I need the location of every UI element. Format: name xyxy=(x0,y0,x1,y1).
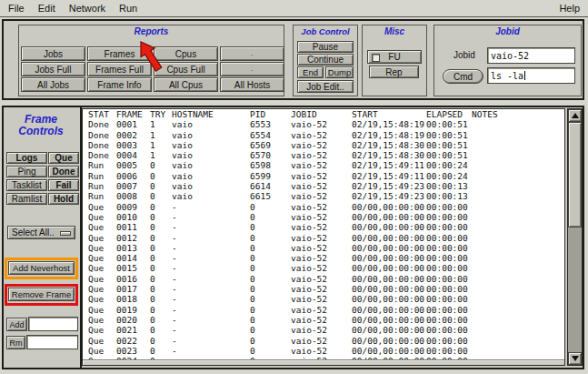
reports-group: Reports Jobs Frames Cpus - Jobs Full Fra… xyxy=(18,25,284,96)
menu-run[interactable]: Run xyxy=(119,3,137,14)
add-neverhost-button[interactable]: Add Neverhost xyxy=(8,261,75,275)
column-header: STAT xyxy=(88,109,116,119)
cmd-input[interactable]: ls -la xyxy=(487,67,575,84)
bottom-panel: Frame Controls Logs Que Ping Done Taskli… xyxy=(2,106,584,369)
column-header: TRY xyxy=(150,109,172,119)
text-caret xyxy=(524,71,525,80)
rm-button[interactable]: Rm xyxy=(6,336,25,349)
frame-controls-sidebar: Frame Controls Logs Que Ping Done Taskli… xyxy=(4,107,82,368)
scroll-up-button[interactable] xyxy=(568,109,582,122)
hold-button[interactable]: Hold xyxy=(48,193,79,205)
column-header: JOBID xyxy=(291,109,352,119)
reports-title: Reports xyxy=(19,26,284,36)
table-row[interactable]: Que00200-0vaio-5200/00,00:00:0000:00:00 xyxy=(83,315,564,325)
pause-button[interactable]: Pause xyxy=(297,41,354,53)
table-row[interactable]: Que00090-0vaio-5200/00,00:00:0000:00:00 xyxy=(83,202,564,212)
remove-frame-button[interactable]: Remove Frame xyxy=(8,288,75,301)
cpus-full-button[interactable]: Cpus Full xyxy=(154,62,218,76)
fu-toggle-button[interactable]: FU xyxy=(367,50,422,64)
column-header: ELAPSED xyxy=(426,109,472,119)
menu-edit[interactable]: Edit xyxy=(38,3,55,14)
option-menu-indicator xyxy=(60,231,71,236)
column-header: START xyxy=(352,109,426,119)
frame-table[interactable]: STATFRAMETRYHOSTNAMEPIDJOBIDSTARTELAPSED… xyxy=(82,108,565,366)
add-input[interactable] xyxy=(28,317,78,331)
continue-button[interactable]: Continue xyxy=(297,54,354,66)
que-button[interactable]: Que xyxy=(48,152,79,164)
app-window: File Edit Network Run Help Reports Jobs … xyxy=(0,0,588,374)
table-row[interactable]: Que00130-0vaio-5200/00,00:00:0000:00:00 xyxy=(83,243,564,253)
table-row[interactable]: Que00110-0vaio-5200/00,00:00:0000:00:00 xyxy=(83,222,564,232)
scrollbar-thumb[interactable] xyxy=(568,122,582,227)
report-blank-button-1: - xyxy=(220,46,284,61)
dump-button[interactable]: Dump xyxy=(325,66,354,78)
table-row[interactable]: Done00041vaio6570vaio-5202/19,15:48:3000… xyxy=(83,150,564,160)
vertical-scrollbar[interactable] xyxy=(567,108,583,366)
all-jobs-button[interactable]: All Jobs xyxy=(21,77,85,92)
table-row[interactable]: Que00190-0vaio-5200/00,00:00:0000:00:00 xyxy=(83,305,564,315)
fu-label: FU xyxy=(388,52,400,62)
rm-input[interactable] xyxy=(26,335,78,349)
done-button[interactable]: Done xyxy=(48,166,79,177)
table-row[interactable]: Que00120-0vaio-5200/00,00:00:0000:00:00 xyxy=(83,233,564,243)
jobid-group: Jobid Jobid vaio-52 Cmd ls -la xyxy=(434,25,582,96)
jobid-label: Jobid xyxy=(453,50,475,60)
end-button[interactable]: End xyxy=(297,66,324,78)
scroll-down-button[interactable] xyxy=(568,352,582,365)
table-row[interactable]: Que00180-0vaio-5200/00,00:00:0000:00:00 xyxy=(83,294,564,304)
frame-controls-title: Frame Controls xyxy=(4,114,78,137)
column-header: PID xyxy=(250,109,291,119)
menu-file[interactable]: File xyxy=(8,3,25,14)
column-header: FRAME xyxy=(116,109,150,119)
jobs-button[interactable]: Jobs xyxy=(21,46,85,61)
job-control-group: Job Control Pause Continue End Dump Job … xyxy=(293,25,358,96)
table-row[interactable]: Que00230-0vaio-5200/00,00:00:0000:00:00 xyxy=(83,346,564,356)
up-arrow-icon xyxy=(572,113,579,118)
remove-frame-highlight: Remove Frame xyxy=(5,284,78,306)
ping-button[interactable]: Ping xyxy=(6,166,47,177)
frame-table-body: Done00011vaio6553vaio-5202/19,15:48:1900… xyxy=(83,119,564,366)
menu-help[interactable]: Help xyxy=(559,3,580,14)
table-row[interactable]: Que00160-0vaio-5200/00,00:00:0000:00:00 xyxy=(83,274,564,284)
horizontal-scrollbar[interactable] xyxy=(83,359,564,365)
fu-checkbox[interactable] xyxy=(372,54,380,62)
logs-button[interactable]: Logs xyxy=(6,152,47,164)
frames-full-button[interactable]: Frames Full xyxy=(87,62,152,76)
table-row[interactable]: Que00100-0vaio-5200/00,00:00:0000:00:00 xyxy=(83,212,564,222)
table-row[interactable]: Que00220-0vaio-5200/00,00:00:0000:00:00 xyxy=(83,336,564,346)
job-edit-button[interactable]: Job Edit.. xyxy=(297,80,354,93)
table-row[interactable]: Que00140-0vaio-5200/00,00:00:0000:00:00 xyxy=(83,253,564,263)
column-header: HOSTNAME xyxy=(172,109,250,119)
table-row[interactable]: Que00210-0vaio-5200/00,00:00:0000:00:00 xyxy=(83,325,564,335)
table-row[interactable]: Done00021vaio6554vaio-5202/19,15:48:1900… xyxy=(83,130,564,140)
select-all-menu[interactable]: Select All.. xyxy=(7,226,75,239)
table-row[interactable]: Run00080vaio6615vaio-5202/19,15:49:2300:… xyxy=(83,191,564,201)
table-row[interactable]: Done00011vaio6553vaio-5202/19,15:48:1900… xyxy=(83,119,564,129)
add-neverhost-highlight: Add Neverhost xyxy=(5,258,78,279)
report-blank-button-2: - xyxy=(220,62,284,76)
cmd-button[interactable]: Cmd xyxy=(443,69,483,84)
table-row[interactable]: Que00170-0vaio-5200/00,00:00:0000:00:00 xyxy=(83,284,564,294)
table-row[interactable]: Run00050vaio6598vaio-5202/19,15:49:1100:… xyxy=(83,160,564,170)
table-row[interactable]: Run00070vaio6614vaio-5202/19,15:49:2300:… xyxy=(83,181,564,191)
down-arrow-icon xyxy=(572,356,579,361)
frame-info-button[interactable]: Frame Info xyxy=(87,77,152,92)
jobid-input[interactable]: vaio-52 xyxy=(487,47,575,64)
jobs-full-button[interactable]: Jobs Full xyxy=(21,62,85,76)
add-button[interactable]: Add xyxy=(6,318,27,331)
menu-network[interactable]: Network xyxy=(69,3,105,14)
table-row[interactable]: Run00060vaio6599vaio-5202/19,15:49:1100:… xyxy=(83,171,564,181)
tasklist-button[interactable]: Tasklist xyxy=(6,179,47,191)
all-hosts-button[interactable]: All Hosts xyxy=(220,77,284,92)
misc-group: Misc FU Rep xyxy=(362,25,427,96)
ramlist-button[interactable]: Ramlist xyxy=(6,193,47,205)
top-panel: Reports Jobs Frames Cpus - Jobs Full Fra… xyxy=(2,19,584,100)
table-row[interactable]: Done00031vaio6569vaio-5202/19,15:48:3000… xyxy=(83,140,564,150)
frames-button[interactable]: Frames xyxy=(87,46,152,61)
rep-button[interactable]: Rep xyxy=(369,66,419,78)
column-header: NOTES xyxy=(472,109,564,119)
fail-button[interactable]: Fail xyxy=(48,179,79,191)
table-row[interactable]: Que00150-0vaio-5200/00,00:00:0000:00:00 xyxy=(83,263,564,273)
all-cpus-button[interactable]: All Cpus xyxy=(154,77,218,92)
cpus-button[interactable]: Cpus xyxy=(154,46,218,61)
